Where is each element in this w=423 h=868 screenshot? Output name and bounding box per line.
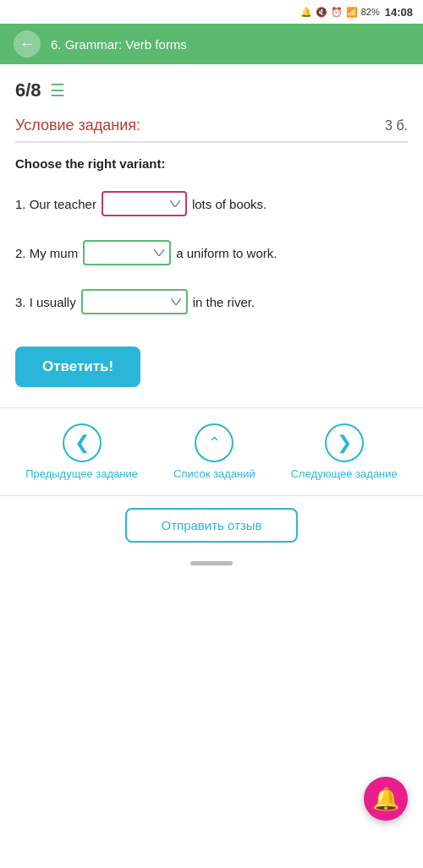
back-button[interactable]: ← — [14, 30, 41, 57]
handle-bar — [190, 561, 233, 565]
next-label: Следующее задание — [291, 467, 398, 482]
condition-row: Условие задания: 3 б. — [15, 117, 408, 143]
question-1-suffix: lots of books. — [192, 197, 266, 211]
list-nav-icon: ⌃ — [208, 434, 221, 452]
question-2-prefix: 2. My mum — [15, 246, 78, 260]
nav-item-list[interactable]: ⌃ Список заданий — [172, 423, 256, 482]
status-bar: 🔔 🔇 ⏰ 📶 82% 14:08 — [0, 0, 423, 24]
nav-item-prev[interactable]: ❮ Предыдущее задание — [25, 423, 138, 482]
question-3-select[interactable]: swim swims am swimming have swum — [81, 289, 188, 314]
question-row-3: 3. I usually swim swims am swimming have… — [15, 289, 408, 314]
question-3-prefix: 3. I usually — [15, 295, 76, 309]
question-row-2: 2. My mum wears wear is wearing has worn… — [15, 240, 408, 265]
feedback-button[interactable]: Отправить отзыв — [125, 508, 297, 543]
question-3-suffix: in the river. — [193, 295, 255, 309]
header-title: 6. Grammar: Verb forms — [51, 37, 187, 52]
list-icon[interactable]: ☰ — [50, 80, 65, 101]
back-icon: ← — [19, 35, 35, 53]
status-icons: 🔔 🔇 ⏰ 📶 82% — [300, 7, 380, 18]
battery-text: 82% — [361, 7, 380, 17]
alarm-icon: ⏰ — [331, 7, 343, 18]
bottom-nav: ❮ Предыдущее задание ⌃ Список заданий ❯ … — [0, 408, 423, 495]
question-1-select[interactable]: reads read is reading has read — [102, 191, 187, 216]
prev-circle: ❮ — [63, 423, 102, 462]
question-1-prefix: 1. Our teacher — [15, 197, 96, 211]
condition-points: 3 б. — [385, 118, 408, 134]
next-circle: ❯ — [325, 423, 364, 462]
progress-row: 6/8 ☰ — [15, 79, 408, 101]
prev-icon: ❮ — [74, 432, 90, 454]
condition-label: Условие задания: — [15, 117, 140, 134]
mute-icon: 🔇 — [316, 7, 327, 18]
wifi-icon: 📶 — [346, 7, 358, 18]
instruction: Choose the right variant: — [15, 156, 408, 171]
notification-icon: 🔔 — [300, 7, 312, 18]
progress-text: 6/8 — [15, 79, 41, 101]
question-row-1: 1. Our teacher reads read is reading has… — [15, 191, 408, 216]
header: ← 6. Grammar: Verb forms — [0, 24, 423, 64]
prev-label: Предыдущее задание — [25, 467, 138, 482]
next-icon: ❯ — [337, 432, 352, 454]
submit-button[interactable]: Ответить! — [15, 347, 140, 387]
list-label: Список заданий — [173, 467, 255, 482]
feedback-row: Отправить отзыв — [0, 496, 423, 554]
bottom-handle — [0, 554, 423, 569]
bell-icon: 🔔 — [372, 786, 399, 812]
bell-fab-button[interactable]: 🔔 — [364, 777, 408, 821]
status-time: 14:08 — [385, 6, 413, 19]
nav-item-next[interactable]: ❯ Следующее задание — [291, 423, 398, 482]
question-2-select[interactable]: wears wear is wearing has worn — [83, 240, 171, 265]
list-circle: ⌃ — [195, 423, 233, 462]
question-2-suffix: a uniform to work. — [176, 246, 277, 260]
main-content: 6/8 ☰ Условие задания: 3 б. Choose the r… — [0, 64, 423, 407]
